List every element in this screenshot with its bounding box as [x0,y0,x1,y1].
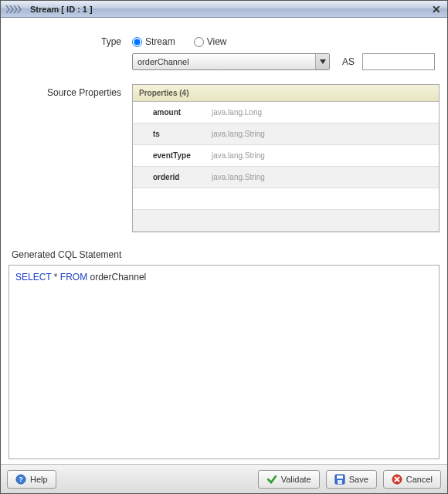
prop-name: amount [153,108,202,117]
table-row[interactable]: amount java.lang.Long [133,102,439,124]
validate-button[interactable]: Validate [258,470,320,489]
chevron-down-icon [315,54,329,69]
cql-source: orderChannel [90,272,147,283]
type-row: Type Stream View [8,36,440,47]
prop-type: java.lang.String [212,130,265,138]
radio-stream-label: Stream [145,36,175,47]
prop-name: ts [153,130,202,138]
source-select-row: orderChannel AS [8,53,440,70]
svg-rect-3 [337,475,343,479]
help-button-label: Help [30,475,48,484]
save-button[interactable]: Save [326,470,377,489]
table-row[interactable]: orderid java.lang.String [133,167,439,188]
help-icon: ? [15,474,26,485]
generated-cql-label: Generated CQL Statement [12,249,440,260]
alias-input[interactable] [362,53,435,70]
svg-text:?: ? [19,475,23,483]
prop-type: java.lang.String [212,151,265,160]
button-bar: ? Help Validate Save Cancel [1,464,447,493]
source-select[interactable]: orderChannel [132,53,330,70]
prop-name: eventType [153,151,202,160]
table-row-empty [133,210,439,232]
help-button[interactable]: ? Help [7,470,56,489]
save-icon [334,474,345,485]
cql-keyword-from: FROM [60,272,87,283]
radio-stream-input[interactable] [132,37,142,47]
check-icon [266,474,277,485]
source-select-value: orderChannel [137,57,324,66]
dialog-content: Type Stream View orderChannel AS [1,18,447,464]
wizard-chevrons-icon [5,5,27,14]
title-bar: Stream [ ID : 1 ] ✕ [1,1,447,18]
prop-type: java.lang.String [212,173,265,181]
cql-keyword-select: SELECT [15,272,51,283]
prop-type: java.lang.Long [212,108,262,117]
table-row[interactable]: ts java.lang.String [133,124,439,145]
cql-star: * [54,272,58,283]
radio-stream[interactable]: Stream [132,36,175,47]
source-properties-label: Source Properties [8,84,132,98]
table-row[interactable]: eventType java.lang.String [133,145,439,167]
dialog-title: Stream [ ID : 1 ] [30,5,93,14]
save-button-label: Save [349,475,368,484]
properties-header: Properties (4) [133,85,439,102]
table-row-empty [133,188,439,210]
source-properties-row: Source Properties Properties (4) amount … [8,84,440,232]
cancel-button-label: Cancel [406,475,433,484]
type-label: Type [8,36,132,47]
radio-view-label: View [207,36,227,47]
radio-view[interactable]: View [194,36,227,47]
cql-statement-box[interactable]: SELECT * FROM orderChannel [8,265,440,459]
as-label: AS [342,56,355,67]
radio-view-input[interactable] [194,37,204,47]
prop-name: orderid [153,173,202,181]
properties-table: Properties (4) amount java.lang.Long ts … [132,84,440,232]
close-icon[interactable]: ✕ [430,3,443,15]
svg-rect-4 [338,480,342,484]
cancel-button[interactable]: Cancel [383,470,441,489]
stream-dialog: Stream [ ID : 1 ] ✕ Type Stream View ord… [0,0,448,494]
cancel-icon [392,474,402,485]
validate-button-label: Validate [281,475,311,484]
